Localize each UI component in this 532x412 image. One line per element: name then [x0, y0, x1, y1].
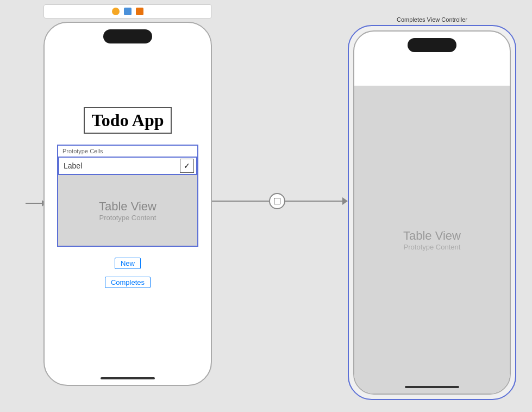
table-view-container-left: Prototype Cells Label ✓ Table View Proto…	[57, 145, 198, 247]
phone-frame-left: Todo App Prototype Cells Label ✓ Table V…	[43, 22, 212, 386]
right-table-subtitle: Prototype Content	[404, 243, 461, 251]
connector-square-icon	[274, 198, 280, 204]
prototype-cells-header-left: Prototype Cells	[58, 146, 197, 157]
toolbar-icon-yellow	[112, 8, 120, 15]
table-cell-checkbox-left[interactable]: ✓	[180, 159, 194, 173]
table-cell-row-left[interactable]: Label ✓	[58, 157, 197, 175]
phone-left: Todo App Prototype Cells Label ✓ Table V…	[43, 22, 212, 386]
connector-line-left	[212, 201, 269, 202]
canvas: Todo App Prototype Cells Label ✓ Table V…	[0, 0, 532, 412]
phone-home-bar-right	[405, 386, 459, 388]
arrow-line	[26, 203, 42, 204]
phone-right-inner: Prototype Cells Label ✓ Table View Pr	[353, 30, 511, 395]
new-button[interactable]: New	[115, 258, 141, 269]
connector-area	[212, 193, 348, 209]
connector-line-right	[285, 201, 342, 202]
table-cell-label-left: Label	[59, 161, 180, 170]
connector-circle	[269, 193, 285, 209]
phone-notch-right	[408, 38, 456, 52]
toolbar-icon-blue	[124, 8, 132, 15]
toolbar-left	[43, 4, 212, 18]
phone-content-left: Todo App Prototype Cells Label ✓ Table V…	[45, 53, 211, 374]
completes-button[interactable]: Completes	[105, 277, 151, 288]
table-view-body-left: Table View Prototype Content	[58, 175, 197, 246]
right-inner-content: Prototype Cells Label ✓ Table View Pr	[354, 32, 510, 394]
table-view-subtitle-left: Prototype Content	[99, 214, 157, 222]
button-area: New Completes	[105, 258, 151, 288]
phone-notch-left	[103, 29, 152, 43]
phone-right-outer: Prototype Cells Label ✓ Table View Pr	[348, 25, 516, 400]
right-table-title: Table View	[403, 229, 461, 243]
table-view-title-left: Table View	[99, 199, 157, 214]
right-table-body: Table View Prototype Content	[354, 86, 510, 394]
phone-right-wrapper: Completes View Controller Prototype Cell…	[348, 16, 516, 397]
connector-arrow-head	[342, 197, 348, 205]
app-title: Todo App	[84, 107, 171, 134]
completes-vc-label: Completes View Controller	[348, 16, 516, 23]
phone-home-bar-left	[101, 377, 155, 379]
right-nav-bar	[354, 61, 510, 85]
toolbar-icon-orange	[136, 8, 143, 15]
